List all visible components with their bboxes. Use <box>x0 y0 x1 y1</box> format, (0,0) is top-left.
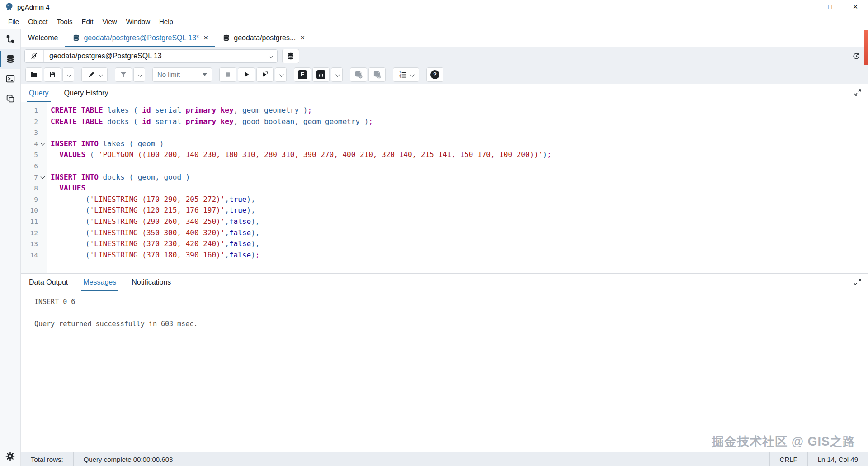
menu-tools[interactable]: Tools <box>52 18 77 25</box>
code-line[interactable]: 12 ('LINESTRING (350 300, 400 320)',fals… <box>21 228 868 239</box>
tab-query-tool-active[interactable]: geodata/postgres@PostgreSQL 13* × <box>65 29 215 47</box>
code-text: ('LINESTRING (350 300, 400 320)',false), <box>47 228 259 239</box>
filter-options-button[interactable] <box>133 67 145 82</box>
code-line[interactable]: 9 ('LINESTRING (170 290, 205 272)',true)… <box>21 194 868 205</box>
chevron-down-icon <box>335 71 339 79</box>
line-ending-indicator: CRLF <box>770 452 807 466</box>
execute-script-button[interactable] <box>256 67 274 82</box>
tab-query-history[interactable]: Query History <box>62 84 110 102</box>
stop-icon <box>224 71 231 78</box>
help-button[interactable]: ? <box>426 67 443 82</box>
edit-button[interactable] <box>81 67 108 82</box>
fold-toggle-icon[interactable] <box>38 143 47 145</box>
line-gutter: 4 <box>21 138 47 150</box>
tab-query-history-label: Query History <box>64 89 108 97</box>
code-line[interactable]: 3 <box>21 127 868 138</box>
menu-view[interactable]: View <box>98 18 121 25</box>
code-line[interactable]: 1CREATE TABLE lakes ( id serial primary … <box>21 105 868 116</box>
save-button[interactable] <box>44 67 61 82</box>
close-icon[interactable]: × <box>203 33 208 43</box>
tab-query-tool-2[interactable]: geodata/postgres... × <box>215 29 312 47</box>
stop-button <box>219 67 236 82</box>
filter-button[interactable] <box>115 67 132 82</box>
code-text <box>47 161 51 172</box>
close-icon[interactable]: × <box>300 33 305 43</box>
line-number: 8 <box>34 183 38 194</box>
line-number: 5 <box>34 149 38 161</box>
code-line[interactable]: 2CREATE TABLE docks ( id serial primary … <box>21 116 868 128</box>
tab-data-output[interactable]: Data Output <box>27 274 70 291</box>
tab-messages[interactable]: Messages <box>81 274 118 291</box>
maximize-icon[interactable]: □ <box>817 0 843 14</box>
code-line[interactable]: 14 ('LINESTRING (370 180, 390 160)',fals… <box>21 250 868 261</box>
fold-toggle-icon[interactable] <box>38 176 47 178</box>
line-number: 13 <box>30 238 38 250</box>
messages-panel: INSERT 0 6 Query returned successfully i… <box>21 291 868 452</box>
connection-value: geodata/postgres@PostgreSQL 13 <box>44 52 269 60</box>
connection-select[interactable]: geodata/postgres@PostgreSQL 13 <box>24 49 278 63</box>
explain-options-button[interactable] <box>331 67 343 82</box>
execute-options-button[interactable] <box>275 67 287 82</box>
code-text <box>47 127 51 138</box>
code-line[interactable]: 5 VALUES ( 'POLYGON ((100 200, 140 230, … <box>21 149 868 161</box>
object-explorer-button[interactable] <box>0 29 20 49</box>
explain-button[interactable]: E <box>294 67 311 82</box>
line-number: 14 <box>30 250 38 261</box>
expand-icon[interactable] <box>854 278 862 286</box>
dock-spacer <box>0 109 20 446</box>
history-clock-icon[interactable] <box>852 52 861 61</box>
code-line[interactable]: 4INSERT INTO lakes ( geom ) <box>21 138 868 150</box>
chevron-down-icon <box>279 71 283 79</box>
menu-edit[interactable]: Edit <box>77 18 98 25</box>
menu-object[interactable]: Object <box>24 18 52 25</box>
expand-icon[interactable] <box>854 89 862 96</box>
save-options-button[interactable] <box>62 67 74 82</box>
chevron-down-icon <box>269 52 277 60</box>
code-line[interactable]: 13 ('LINESTRING (370 230, 420 240)',fals… <box>21 238 868 250</box>
document-tabbar: Welcome geodata/postgres@PostgreSQL 13* … <box>21 29 868 47</box>
macros-button[interactable]: 123 <box>393 67 419 82</box>
tab-scrollbar[interactable] <box>864 30 868 65</box>
code-text: VALUES <box>47 183 85 194</box>
tab-query[interactable]: Query <box>27 84 51 102</box>
psql-tool-button[interactable] <box>0 69 20 89</box>
funnel-icon <box>119 71 127 79</box>
code-line[interactable]: 6 <box>21 161 868 172</box>
menu-help[interactable]: Help <box>155 18 178 25</box>
minimize-icon[interactable]: ─ <box>792 0 817 14</box>
tab-notifications[interactable]: Notifications <box>130 274 173 291</box>
code-line[interactable]: 10 ('LINESTRING (120 215, 176 197)',true… <box>21 205 868 216</box>
explain-analyze-button[interactable] <box>312 67 330 82</box>
code-line[interactable]: 11 ('LINESTRING (290 260, 340 250)',fals… <box>21 216 868 228</box>
query-toolbar: No limit <box>21 65 868 84</box>
connection-bar: geodata/postgres@PostgreSQL 13 <box>21 47 868 65</box>
row-limit-value: No limit <box>157 71 180 78</box>
tab-notifications-label: Notifications <box>132 278 171 286</box>
line-gutter: 12 <box>21 228 47 239</box>
code-line[interactable]: 7INSERT INTO docks ( geom, good ) <box>21 172 868 183</box>
code-text: ('LINESTRING (290 260, 340 250)',false), <box>47 216 259 228</box>
sql-editor[interactable]: 1CREATE TABLE lakes ( id serial primary … <box>21 102 868 273</box>
bar-chart-icon <box>316 70 326 79</box>
db-rollback-icon <box>373 70 382 79</box>
processes-button[interactable] <box>0 89 20 109</box>
tab-welcome[interactable]: Welcome <box>21 29 65 47</box>
settings-button[interactable] <box>0 446 20 466</box>
line-gutter: 6 <box>21 161 47 172</box>
folder-icon <box>30 71 38 79</box>
chevron-down-icon <box>99 71 102 79</box>
play-icon <box>243 71 250 78</box>
code-line[interactable]: 8 VALUES <box>21 183 868 194</box>
row-limit-select[interactable]: No limit <box>152 67 212 82</box>
close-icon[interactable]: × <box>843 0 868 14</box>
menu-window[interactable]: Window <box>122 18 155 25</box>
query-tool-dock-button[interactable] <box>0 49 20 69</box>
total-rows-label: Total rows: <box>21 452 73 466</box>
menu-file[interactable]: File <box>4 18 24 25</box>
database-icon <box>72 34 80 42</box>
execute-button[interactable] <box>238 67 255 82</box>
new-connection-button[interactable] <box>282 49 299 63</box>
open-file-button[interactable] <box>25 67 42 82</box>
code-area[interactable]: 1CREATE TABLE lakes ( id serial primary … <box>21 105 868 261</box>
tree-icon <box>5 34 15 44</box>
